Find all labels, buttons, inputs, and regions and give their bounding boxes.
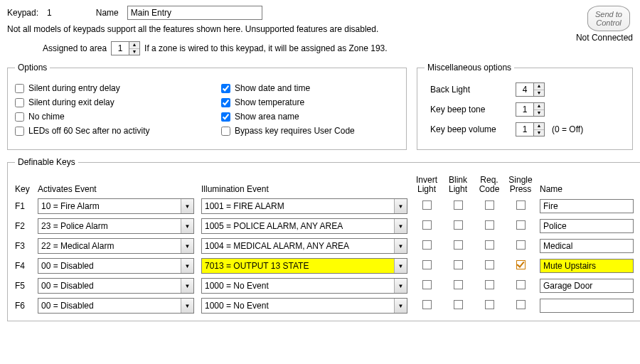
key-name-input[interactable] bbox=[540, 219, 634, 233]
activates-combo[interactable]: ▼ bbox=[38, 298, 194, 314]
misc-spinner-input[interactable] bbox=[516, 123, 533, 136]
activates-combo[interactable]: ▼ bbox=[38, 278, 194, 294]
option-checkbox[interactable]: Bypass key requires User Code bbox=[221, 126, 399, 136]
activates-combo[interactable]: ▼ bbox=[38, 218, 194, 234]
invert-checkbox[interactable] bbox=[422, 240, 432, 250]
invert-checkbox[interactable] bbox=[422, 200, 432, 210]
assigned-area-input[interactable] bbox=[112, 42, 129, 55]
option-checkbox[interactable]: No chime bbox=[15, 112, 193, 122]
chevron-down-icon[interactable]: ▼ bbox=[181, 219, 193, 233]
chevron-down-icon[interactable]: ▼ bbox=[394, 199, 407, 213]
option-checkbox[interactable]: Show date and time bbox=[221, 83, 399, 93]
activates-input[interactable] bbox=[38, 258, 194, 274]
spinner-down-icon[interactable]: ▼ bbox=[534, 110, 544, 117]
misc-spinner[interactable]: ▲▼ bbox=[516, 82, 545, 97]
illumination-combo[interactable]: ▼ bbox=[201, 298, 407, 314]
option-checkbox[interactable]: LEDs off 60 Sec after no activity bbox=[15, 126, 193, 136]
key-name-input[interactable] bbox=[540, 279, 634, 293]
activates-input[interactable] bbox=[38, 218, 194, 234]
illumination-combo[interactable]: ▼ bbox=[201, 218, 407, 234]
assigned-area-spinner[interactable]: ▲▼ bbox=[111, 41, 140, 55]
req-code-checkbox[interactable] bbox=[485, 280, 494, 289]
chevron-down-icon[interactable]: ▼ bbox=[181, 239, 193, 253]
req-code-checkbox[interactable] bbox=[485, 300, 494, 309]
chevron-down-icon[interactable]: ▼ bbox=[394, 259, 407, 273]
single-press-checkbox[interactable] bbox=[516, 300, 526, 309]
illumination-input[interactable] bbox=[201, 278, 407, 294]
activates-combo[interactable]: ▼ bbox=[38, 198, 194, 214]
invert-checkbox[interactable] bbox=[422, 300, 432, 309]
spinner-up-icon[interactable]: ▲ bbox=[534, 83, 544, 90]
illumination-input[interactable] bbox=[201, 258, 407, 274]
invert-checkbox[interactable] bbox=[422, 280, 432, 289]
spinner-down-icon[interactable]: ▼ bbox=[534, 130, 544, 136]
spinner-up-icon[interactable]: ▲ bbox=[129, 42, 139, 49]
chevron-down-icon[interactable]: ▼ bbox=[394, 219, 407, 233]
checkbox-input[interactable] bbox=[221, 84, 230, 93]
misc-spinner[interactable]: ▲▼ bbox=[516, 102, 545, 117]
illumination-input[interactable] bbox=[201, 218, 407, 234]
misc-spinner[interactable]: ▲▼ bbox=[516, 122, 545, 136]
blink-checkbox[interactable] bbox=[454, 240, 463, 250]
chevron-down-icon[interactable]: ▼ bbox=[181, 299, 193, 313]
invert-checkbox[interactable] bbox=[422, 220, 432, 230]
spinner-up-icon[interactable]: ▲ bbox=[534, 123, 544, 130]
chevron-down-icon[interactable]: ▼ bbox=[181, 199, 193, 213]
blink-checkbox[interactable] bbox=[454, 260, 463, 269]
key-name-input[interactable] bbox=[540, 259, 634, 273]
activates-combo[interactable]: ▼ bbox=[38, 238, 194, 254]
misc-spinner-input[interactable] bbox=[516, 103, 533, 116]
single-press-checkbox[interactable] bbox=[516, 220, 526, 230]
chevron-down-icon[interactable]: ▼ bbox=[181, 259, 193, 273]
illumination-combo[interactable]: ▼ bbox=[201, 278, 407, 294]
illumination-combo[interactable]: ▼ bbox=[201, 198, 407, 214]
illumination-input[interactable] bbox=[201, 238, 407, 254]
misc-spinner-input[interactable] bbox=[516, 83, 533, 96]
key-name-input[interactable] bbox=[540, 239, 634, 253]
checkbox-input[interactable] bbox=[221, 98, 230, 107]
chevron-down-icon[interactable]: ▼ bbox=[394, 279, 407, 293]
blink-checkbox[interactable] bbox=[454, 280, 463, 289]
req-code-checkbox[interactable] bbox=[485, 240, 494, 250]
req-code-checkbox[interactable] bbox=[485, 260, 494, 269]
spinner-up-icon[interactable]: ▲ bbox=[534, 103, 544, 110]
activates-input[interactable] bbox=[38, 278, 194, 294]
single-press-checkbox[interactable] bbox=[516, 260, 526, 269]
req-code-checkbox[interactable] bbox=[485, 220, 494, 230]
checkbox-input[interactable] bbox=[15, 127, 24, 136]
checkbox-input[interactable] bbox=[15, 84, 24, 93]
option-checkbox[interactable]: Silent during entry delay bbox=[15, 83, 193, 93]
single-press-checkbox[interactable] bbox=[516, 280, 526, 289]
chevron-down-icon[interactable]: ▼ bbox=[394, 299, 407, 313]
checkbox-input[interactable] bbox=[15, 98, 24, 107]
chevron-down-icon[interactable]: ▼ bbox=[181, 279, 193, 293]
activates-input[interactable] bbox=[38, 298, 194, 314]
req-code-checkbox[interactable] bbox=[485, 200, 494, 210]
key-name-input[interactable] bbox=[540, 199, 634, 213]
blink-checkbox[interactable] bbox=[454, 220, 463, 230]
single-press-checkbox[interactable] bbox=[516, 240, 526, 250]
activates-input[interactable] bbox=[38, 198, 194, 214]
option-checkbox[interactable]: Show temperature bbox=[221, 97, 399, 107]
spinner-down-icon[interactable]: ▼ bbox=[534, 90, 544, 97]
checkbox-input[interactable] bbox=[15, 112, 24, 122]
invert-checkbox[interactable] bbox=[422, 260, 432, 269]
blink-checkbox[interactable] bbox=[454, 200, 463, 210]
activates-input[interactable] bbox=[38, 238, 194, 254]
option-checkbox[interactable]: Show area name bbox=[221, 112, 399, 122]
spinner-down-icon[interactable]: ▼ bbox=[129, 49, 139, 55]
checkbox-input[interactable] bbox=[221, 112, 230, 122]
option-checkbox[interactable]: Silent during exit delay bbox=[15, 97, 193, 107]
key-name-input[interactable] bbox=[540, 299, 634, 313]
activates-combo[interactable]: ▼ bbox=[38, 258, 194, 274]
blink-checkbox[interactable] bbox=[454, 300, 463, 309]
illumination-combo[interactable]: ▼ bbox=[201, 238, 407, 254]
illumination-combo[interactable]: ▼ bbox=[201, 258, 407, 274]
chevron-down-icon[interactable]: ▼ bbox=[394, 239, 407, 253]
checkbox-input[interactable] bbox=[221, 127, 230, 136]
illumination-input[interactable] bbox=[201, 298, 407, 314]
send-to-control-button[interactable]: Send to Control bbox=[587, 6, 630, 31]
illumination-input[interactable] bbox=[201, 198, 407, 214]
keypad-name-input[interactable] bbox=[127, 6, 262, 20]
single-press-checkbox[interactable] bbox=[516, 200, 526, 210]
